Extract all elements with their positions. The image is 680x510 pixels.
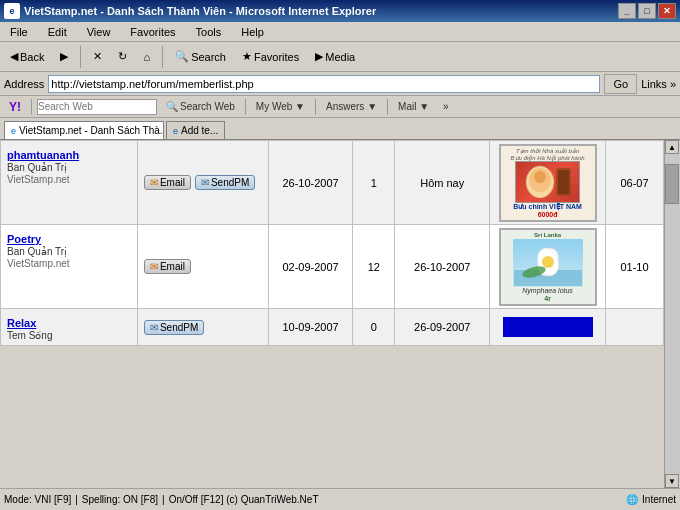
table-row: Poetry Ban Quản Trị VietStamp.net ✉ Emai… — [1, 225, 664, 309]
yahoo-search-icon: 🔍 — [166, 101, 178, 112]
rank-date-cell-1: 06-07 — [606, 141, 664, 225]
yahoo-sep-1 — [31, 99, 32, 115]
stamp-srilanka: Sri Lanka — [499, 228, 597, 306]
stamp-cell-1: Tạm thời Nhà xuất bảnBưu điện Hà Nội phá… — [490, 141, 606, 225]
links-button[interactable]: Links » — [641, 78, 676, 90]
title-bar: e VietStamp.net - Danh Sách Thành Viên -… — [0, 0, 680, 22]
toolbar-sep-2 — [162, 46, 163, 68]
menu-tools[interactable]: Tools — [190, 25, 228, 39]
svg-point-2 — [534, 171, 546, 183]
ie-tab-icon: e — [11, 126, 16, 136]
yahoo-more-button[interactable]: » — [438, 98, 454, 116]
tab-vietstamp[interactable]: e VietStamp.net - Danh Sách Thà... ✕ — [4, 121, 164, 139]
stamp-svg-2 — [514, 240, 582, 286]
member-role-3: Tem Sống — [7, 330, 52, 341]
sendpm-button-1[interactable]: ✉ SendPM — [195, 175, 255, 190]
yahoo-answers-button[interactable]: Answers ▼ — [321, 98, 382, 116]
menu-bar: File Edit View Favorites Tools Help — [0, 22, 680, 42]
member-name-phamtuananh[interactable]: phamtuananh — [7, 149, 131, 161]
member-info-cell-3: Relax Tem Sống — [1, 309, 138, 346]
menu-favorites[interactable]: Favorites — [124, 25, 181, 39]
member-table: phamtuananh Ban Quản Trị VietStamp.net ✉… — [0, 140, 664, 346]
yahoo-myweb-button[interactable]: My Web ▼ — [251, 98, 310, 116]
posts-cell-3: 0 — [353, 309, 395, 346]
svg-point-11 — [542, 256, 554, 268]
toolbar-sep-1 — [80, 46, 81, 68]
member-name-relax[interactable]: Relax — [7, 317, 131, 329]
last-active-1: Hôm nay — [420, 177, 464, 189]
yahoo-search-label: Search Web — [180, 101, 235, 112]
favorites-label: Favorites — [254, 51, 299, 63]
media-button[interactable]: ▶ Media — [309, 45, 361, 69]
content-main: phamtuananh Ban Quản Trị VietStamp.net ✉… — [0, 140, 664, 488]
yahoo-sep-2 — [245, 99, 246, 115]
home-button[interactable]: ⌂ — [137, 45, 156, 69]
rank-date-cell-3 — [606, 309, 664, 346]
refresh-button[interactable]: ↻ — [112, 45, 133, 69]
yahoo-search-input[interactable] — [37, 99, 157, 115]
member-role-1: Ban Quản Trị — [7, 162, 67, 173]
scroll-down-button[interactable]: ▼ — [665, 474, 679, 488]
stamp-svg-1 — [518, 163, 578, 201]
scroll-track[interactable] — [665, 154, 680, 474]
pm-icon-3: ✉ — [150, 322, 158, 333]
forward-button[interactable]: ▶ — [54, 45, 74, 69]
maximize-button[interactable]: □ — [638, 3, 656, 19]
minimize-button[interactable]: _ — [618, 3, 636, 19]
tab-add[interactable]: e Add te... — [166, 121, 225, 139]
status-onoff: On/Off [F12] (c) QuanTriWeb.NeT — [169, 494, 319, 505]
member-site-1: VietStamp.net — [7, 174, 70, 185]
address-input[interactable] — [48, 75, 600, 93]
tab-vietstamp-label: VietStamp.net - Danh Sách Thà... — [19, 125, 164, 136]
stamp-value-1: 6000đ — [538, 211, 558, 218]
go-button[interactable]: Go — [604, 74, 637, 94]
last-active-cell-1: Hôm nay — [395, 141, 490, 225]
posts-count-2: 12 — [368, 261, 380, 273]
back-button[interactable]: ◀ Back — [4, 45, 50, 69]
yahoo-sep-4 — [387, 99, 388, 115]
stamp-country-label: Bưu chính VIỆT NAM — [513, 203, 582, 211]
joined-cell-1: 26-10-2007 — [268, 141, 352, 225]
yahoo-logo-button[interactable]: Y! — [4, 98, 26, 116]
posts-count-3: 0 — [371, 321, 377, 333]
email-button-1[interactable]: ✉ Email — [144, 175, 191, 190]
stamp-vietnam: Tạm thời Nhà xuất bảnBưu điện Hà Nội phá… — [499, 144, 597, 222]
yahoo-sep-3 — [315, 99, 316, 115]
yahoo-search-button[interactable]: 🔍 Search Web — [161, 98, 240, 116]
close-button[interactable]: ✕ — [658, 3, 676, 19]
menu-help[interactable]: Help — [235, 25, 270, 39]
table-row: phamtuananh Ban Quản Trị VietStamp.net ✉… — [1, 141, 664, 225]
stamp-image-1 — [515, 161, 580, 203]
table-row: Relax Tem Sống ✉ SendPM 10-09-2007 — [1, 309, 664, 346]
member-name-poetry[interactable]: Poetry — [7, 233, 131, 245]
scroll-thumb[interactable] — [665, 164, 679, 204]
right-scrollbar: ▲ ▼ — [664, 140, 680, 488]
status-bar: Mode: VNI [F9] | Spelling: ON [F8] | On/… — [0, 488, 680, 510]
status-sep-1: | — [75, 494, 78, 505]
search-icon: 🔍 — [175, 50, 189, 63]
address-bar: Address Go Links » — [0, 72, 680, 96]
status-mode: Mode: VNI [F9] — [4, 494, 71, 505]
menu-file[interactable]: File — [4, 25, 34, 39]
action-btns-1: ✉ Email ✉ SendPM — [144, 175, 262, 190]
rank-date-cell-2: 01-10 — [606, 225, 664, 309]
member-info-cell-1: phamtuananh Ban Quản Trị VietStamp.net — [1, 141, 138, 225]
member-actions-cell-3: ✉ SendPM — [137, 309, 268, 346]
ie-icon: e — [4, 3, 20, 19]
member-actions-cell-1: ✉ Email ✉ SendPM — [137, 141, 268, 225]
back-label: Back — [20, 51, 44, 63]
stop-button[interactable]: ✕ — [87, 45, 108, 69]
member-info-cell-2: Poetry Ban Quản Trị VietStamp.net — [1, 225, 138, 309]
email-button-2[interactable]: ✉ Email — [144, 259, 191, 274]
menu-edit[interactable]: Edit — [42, 25, 73, 39]
title-bar-buttons[interactable]: _ □ ✕ — [618, 3, 676, 19]
scroll-up-button[interactable]: ▲ — [665, 140, 679, 154]
rank-date-2: 01-10 — [620, 261, 648, 273]
search-button[interactable]: 🔍 Search — [169, 45, 232, 69]
pm-icon-1: ✉ — [201, 177, 209, 188]
window-title: VietStamp.net - Danh Sách Thành Viên - M… — [24, 5, 376, 17]
yahoo-mail-button[interactable]: Mail ▼ — [393, 98, 434, 116]
menu-view[interactable]: View — [81, 25, 117, 39]
favorites-button[interactable]: ★ Favorites — [236, 45, 305, 69]
sendpm-button-3[interactable]: ✉ SendPM — [144, 320, 204, 335]
